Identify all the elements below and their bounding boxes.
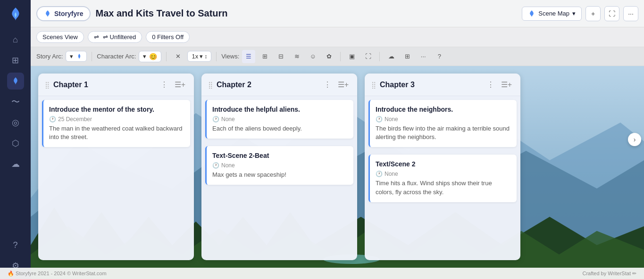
- grid-view-btn[interactable]: ⊞: [258, 50, 271, 63]
- fullscreen-view-btn[interactable]: ⛶: [361, 50, 375, 63]
- chapter-2-column: ⣿ Chapter 2 ⋮ ☰+ Introduce the helpful a…: [201, 74, 357, 260]
- scene-card[interactable]: Introduce the helpful aliens. 🕐 None Eac…: [205, 100, 353, 139]
- clock-icon: 🕐: [212, 162, 219, 169]
- chapter-3-column: ⣿ Chapter 3 ⋮ ☰+ Introduce the neighbors…: [365, 74, 520, 260]
- scene-map-label: Scene Map: [538, 10, 569, 17]
- sidebar: ⌂ ⊞ 〜 ◎ ⬡ ☁ ? ⚙: [0, 0, 31, 279]
- footer-right: Crafted by WriterStat ✏: [582, 271, 636, 277]
- table-view-btn[interactable]: ⊞: [401, 50, 414, 63]
- emoji-view-btn[interactable]: ☺: [306, 50, 319, 63]
- drag-handle-ch1[interactable]: ⣿: [45, 81, 50, 89]
- scene-body: Each of the aliens bowed deeply.: [212, 124, 348, 133]
- scene-intro: Introduce the neighbors.: [376, 106, 511, 113]
- divider3: [216, 52, 217, 61]
- sidebar-item-waves[interactable]: 〜: [7, 93, 24, 110]
- scene-map-chevron: ▾: [572, 10, 576, 17]
- chapter-3-header: ⣿ Chapter 3 ⋮ ☰+: [365, 74, 520, 96]
- chapter-1-add-btn[interactable]: ☰+: [173, 79, 187, 90]
- storyfyre-label: Storyfyre: [54, 10, 83, 17]
- help-view-btn[interactable]: ?: [433, 50, 446, 63]
- toolbar3: Story Arc: ▾ Character Arc: ▾ 😊 ✕ 1x ▾ ↕…: [31, 47, 644, 66]
- chapter-2-add-btn[interactable]: ☰+: [336, 79, 351, 90]
- flower-view-btn[interactable]: ✿: [322, 50, 335, 63]
- character-arc-emoji: 😊: [149, 53, 157, 60]
- sidebar-item-help[interactable]: ?: [7, 237, 24, 254]
- drag-handle-ch3[interactable]: ⣿: [371, 81, 376, 89]
- scene-name: Text-Scene 2-Beat: [212, 152, 348, 159]
- scene-name: Text/Scene 2: [376, 160, 511, 168]
- unfiltered-button[interactable]: ⇌ ⇌ Unfiltered: [88, 31, 142, 43]
- more-button[interactable]: ···: [623, 6, 638, 21]
- chapter-2-more-btn[interactable]: ⋮: [322, 79, 333, 90]
- footer: 🔥 Storyfyre 2021 - 2024 © WriterStat.com…: [0, 268, 644, 279]
- divider5: [379, 52, 380, 61]
- chapter-2-title: Chapter 2: [217, 81, 322, 89]
- expand-button[interactable]: ⛶: [604, 6, 619, 21]
- sidebar-item-nodes[interactable]: ⬡: [7, 135, 24, 152]
- sidebar-item-stories[interactable]: [7, 73, 24, 90]
- divider2: [166, 52, 167, 61]
- sidebar-item-home[interactable]: ⌂: [7, 31, 24, 48]
- chapter-1-more-btn[interactable]: ⋮: [159, 79, 170, 90]
- chapter-2-actions: ⋮ ☰+: [322, 79, 351, 90]
- toolbar2: Scenes View ⇌ ⇌ Unfiltered 0 Filters Off: [31, 27, 644, 47]
- drag-handle-ch2[interactable]: ⣿: [208, 81, 213, 89]
- project-title: Max and Kits Travel to Saturn: [95, 8, 517, 19]
- scene-date: 🕐 None: [212, 162, 348, 169]
- sidebar-item-target[interactable]: ◎: [7, 114, 24, 131]
- chapter-1-header: ⣿ Chapter 1 ⋮ ☰+: [38, 74, 194, 96]
- character-arc-label: Character Arc:: [97, 53, 136, 60]
- scene-intro: Introduce the helpful aliens.: [212, 106, 348, 113]
- storyfyre-button[interactable]: Storyfyre: [36, 6, 91, 21]
- wave-view-btn[interactable]: ≋: [290, 50, 303, 63]
- chapter-3-title: Chapter 3: [380, 81, 485, 89]
- zoom-dropdown[interactable]: 1x ▾ ↕: [187, 51, 211, 62]
- clock-icon: 🕐: [49, 116, 56, 123]
- chapter-1-title: Chapter 1: [53, 81, 159, 89]
- scene-intro: Introduce the mentor of the story.: [49, 106, 184, 113]
- clock-icon: 🕐: [376, 116, 383, 123]
- cross-view-btn[interactable]: ✕: [171, 50, 184, 63]
- scene-map-button[interactable]: Scene Map ▾: [522, 7, 582, 21]
- sidebar-logo[interactable]: [6, 5, 25, 24]
- main-area: Storyfyre Max and Kits Travel to Saturn …: [31, 0, 644, 279]
- card-view-btn[interactable]: ▣: [345, 50, 359, 63]
- topbar: Storyfyre Max and Kits Travel to Saturn …: [31, 0, 644, 27]
- list-view-btn[interactable]: ☰: [242, 50, 255, 63]
- scene-body: The man in the weathered coat walked bac…: [49, 124, 184, 141]
- scenes-view-button[interactable]: Scenes View: [36, 31, 84, 43]
- kanban-area: ⣿ Chapter 1 ⋮ ☰+ Introduce the mentor of…: [31, 66, 644, 268]
- scene-date: 🕐 None: [212, 116, 348, 123]
- story-arc-dropdown[interactable]: ▾: [66, 51, 87, 62]
- scene-card[interactable]: Introduce the neighbors. 🕐 None The bird…: [368, 100, 517, 147]
- chapter-3-add-btn[interactable]: ☰+: [499, 79, 514, 90]
- scene-card[interactable]: Introduce the mentor of the story. 🕐 25 …: [42, 100, 190, 147]
- sidebar-item-cloud[interactable]: ☁: [7, 156, 24, 172]
- unfiltered-label: ⇌ Unfiltered: [103, 33, 136, 41]
- more-views-btn[interactable]: ···: [417, 50, 430, 63]
- add-button[interactable]: +: [585, 6, 601, 21]
- sidebar-item-dashboard[interactable]: ⊞: [7, 52, 24, 69]
- character-arc-dropdown[interactable]: ▾ 😊: [139, 51, 161, 62]
- scene-card[interactable]: Text-Scene 2-Beat 🕐 None Max gets a new …: [205, 146, 353, 185]
- cloud-view-btn[interactable]: ☁: [385, 50, 398, 63]
- footer-left: 🔥 Storyfyre 2021 - 2024 © WriterStat.com: [8, 271, 107, 277]
- right-controls: Scene Map ▾ + ⛶ ···: [522, 6, 638, 21]
- divider4: [340, 52, 341, 61]
- scene-date: 🕐 25 December: [49, 116, 184, 123]
- chapter-2-header: ⣿ Chapter 2 ⋮ ☰+: [201, 74, 357, 96]
- filters-button[interactable]: 0 Filters Off: [146, 31, 190, 43]
- scroll-right-arrow[interactable]: ›: [628, 133, 641, 146]
- scene-body: The birds flew into the air making a ter…: [376, 124, 511, 141]
- columns-view-btn[interactable]: ⊟: [274, 50, 287, 63]
- filters-label: 0 Filters Off: [152, 33, 184, 41]
- chapter-3-more-btn[interactable]: ⋮: [485, 79, 496, 90]
- clock-icon: 🕐: [212, 116, 219, 123]
- story-arc-label: Story Arc:: [36, 53, 63, 60]
- scene-date: 🕐 None: [376, 116, 511, 123]
- scene-body: Time hits a flux. Wind ships show their …: [376, 179, 511, 196]
- scene-card[interactable]: Text/Scene 2 🕐 None Time hits a flux. Wi…: [368, 155, 517, 202]
- views-label: Views:: [221, 53, 239, 60]
- zoom-label: 1x: [192, 53, 198, 60]
- chapter-3-actions: ⋮ ☰+: [485, 79, 514, 90]
